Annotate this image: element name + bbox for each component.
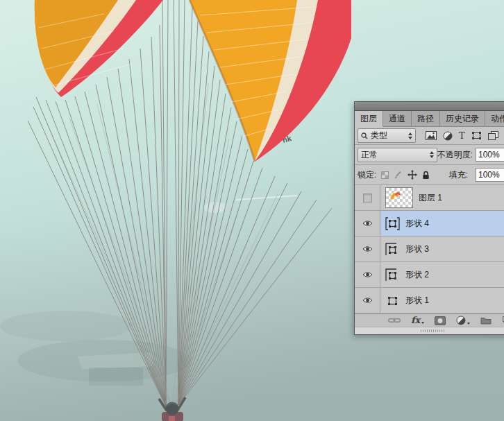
panel-tab-strip: 图层 通道 路径 历史记录 动作 [355,111,504,127]
layer-name: 形状 1 [405,295,429,307]
blend-mode-value: 正常 [361,149,378,161]
filter-kind-label: 类型 [371,130,387,141]
shape-layer-icon [385,243,400,256]
lock-transparent-pixels-icon[interactable] [381,171,389,179]
fill-label: 填充: [449,169,468,181]
eye-icon [362,246,373,252]
panel-bottom-bar: fx [355,313,504,327]
layer-row-shape2[interactable]: 形状 2 [355,262,504,288]
link-layers-button[interactable] [388,317,401,324]
layer-row-shape3[interactable]: 形状 3 [355,237,504,262]
visibility-empty-box [363,194,372,203]
smart-object-filter-icon[interactable] [488,131,498,140]
layer-mask-icon [435,316,446,325]
filter-row: 类型 T [355,127,504,145]
pixel-layer-filter-icon[interactable] [426,131,437,140]
tab-channels[interactable]: 通道 [383,111,412,126]
visibility-toggle[interactable] [355,185,380,210]
chevron-down-icon [467,323,470,325]
chevron-updown-icon [408,132,412,139]
fill-field[interactable]: 100% [476,168,504,182]
tab-layers[interactable]: 图层 [355,111,383,127]
eye-icon [362,220,373,227]
layers-list: 图层 1 形状 4 [355,185,504,313]
lock-image-pixels-brush-icon[interactable] [394,171,403,180]
visibility-toggle[interactable] [355,211,380,236]
fill-value: 100% [478,170,500,180]
tab-paths[interactable]: 路径 [412,111,440,126]
shape-layer-icon [385,294,400,307]
visibility-toggle[interactable] [355,288,380,313]
new-group-button[interactable] [480,316,492,325]
folder-icon [480,316,492,325]
lock-position-move-icon[interactable] [408,170,417,180]
grip-dots [421,329,446,332]
chevron-updown-icon [430,151,434,158]
layer-row-shape4[interactable]: 形状 4 [355,211,504,237]
filter-kind-select[interactable]: 类型 [358,128,416,143]
visibility-toggle[interactable] [355,237,380,261]
panel-resize-grip[interactable] [355,327,504,334]
search-icon [361,132,368,139]
new-adjustment-layer-button[interactable] [456,316,470,325]
layer-style-button[interactable]: fx [411,316,424,325]
tab-actions[interactable]: 动作 [485,111,504,126]
layer-thumbnail-transparent[interactable] [385,187,413,208]
eye-icon [362,271,373,278]
type-layer-filter-icon[interactable]: T [459,130,465,141]
layer-name: 形状 3 [405,243,429,255]
opacity-field[interactable]: 100% [476,148,504,162]
adjustment-layer-filter-icon[interactable] [443,131,453,141]
eye-icon [362,297,373,304]
chevron-down-icon [421,322,424,324]
shape-layer-filter-icon[interactable] [471,131,482,140]
panel-drag-bar[interactable] [355,102,504,111]
blend-row: 正常 不透明度: 100% [355,145,504,165]
shape-layer-icon [385,217,400,230]
layer-name: 形状 2 [405,269,429,281]
opacity-value: 100% [478,150,500,160]
add-layer-mask-button[interactable] [435,316,446,325]
layer-row-shape1[interactable]: 形状 1 [355,288,504,313]
lock-all-icon[interactable] [422,171,430,180]
lock-label: 锁定: [358,169,376,181]
fx-icon: fx [411,316,420,325]
layer-name: 形状 4 [405,218,429,230]
layer-row-layer1[interactable]: 图层 1 [355,185,504,211]
blend-mode-select[interactable]: 正常 [358,148,437,162]
link-icon [388,317,401,324]
lock-row: 锁定: 填充: 100% [355,165,504,185]
tab-history[interactable]: 历史记录 [440,111,485,126]
visibility-toggle[interactable] [355,262,380,287]
adjustment-layer-icon [456,316,466,325]
opacity-label: 不透明度: [437,149,473,161]
layer-name: 图层 1 [419,192,442,204]
shape-layer-icon [385,268,400,282]
paint-stroke-thumbnail [386,188,411,206]
layers-panel: 图层 通道 路径 历史记录 动作 类型 T [354,101,504,335]
